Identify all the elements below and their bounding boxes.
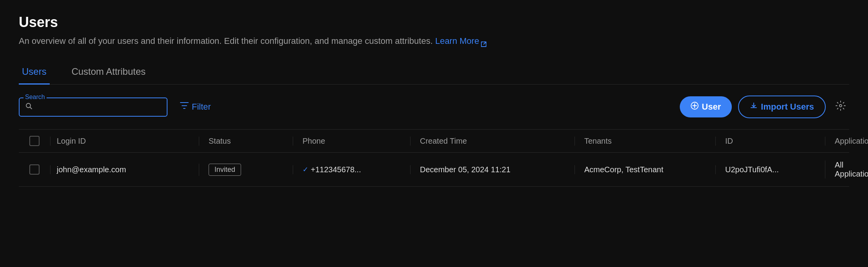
search-icon: [25, 102, 33, 112]
col-header-applications: Applications: [825, 137, 868, 146]
learn-more-label: Learn More: [435, 34, 479, 47]
import-users-button[interactable]: Import Users: [738, 96, 826, 118]
row-applications: All Applications ⋮: [825, 161, 868, 179]
settings-button[interactable]: [832, 97, 849, 117]
table-row: john@example.com Invited ✓ +112345678...…: [19, 153, 849, 187]
filter-icon: [180, 102, 189, 112]
page-description: An overview of all of your users and the…: [19, 34, 849, 47]
phone-verified: ✓ +112345678...: [303, 165, 410, 174]
search-input[interactable]: [37, 103, 161, 112]
page-header: Users An overview of all of your users a…: [19, 14, 849, 47]
col-header-tenants: Tenants: [574, 137, 715, 146]
row-created-time: December 05, 2024 11:21: [410, 165, 574, 174]
import-users-label: Import Users: [761, 102, 814, 112]
row-checkbox-cell: [19, 164, 50, 175]
filter-button[interactable]: Filter: [175, 99, 216, 115]
toolbar: Search Filter: [19, 85, 849, 129]
col-header-status: Status: [199, 137, 293, 146]
col-header-login-id: Login ID: [50, 137, 199, 146]
tabs-container: Users Custom Attributes: [19, 60, 849, 85]
settings-icon: [835, 100, 846, 114]
row-phone: ✓ +112345678...: [293, 165, 410, 174]
add-user-icon: [691, 102, 699, 112]
learn-more-link[interactable]: Learn More: [435, 34, 487, 47]
add-user-label: User: [702, 102, 721, 112]
select-all-checkbox[interactable]: [29, 136, 40, 146]
external-link-icon: [481, 38, 487, 44]
table-header: Login ID Status Phone Created Time Tenan…: [19, 129, 849, 153]
search-label: Search: [23, 94, 47, 101]
page-container: Users An overview of all of your users a…: [0, 0, 868, 187]
filter-label: Filter: [192, 102, 211, 112]
search-container: Search: [19, 97, 167, 117]
status-badge: Invited: [209, 164, 241, 176]
col-header-phone: Phone: [293, 137, 410, 146]
svg-point-2: [839, 105, 842, 107]
row-login-id: john@example.com: [50, 165, 199, 174]
col-header-checkbox: [19, 136, 50, 146]
tab-custom-attributes[interactable]: Custom Attributes: [68, 60, 149, 85]
row-id: U2poJTufi0fA...: [715, 165, 825, 174]
row-status: Invited: [199, 164, 293, 176]
phone-verified-icon: ✓: [303, 165, 308, 174]
row-select-checkbox[interactable]: [29, 164, 40, 175]
page-title: Users: [19, 14, 849, 31]
page-description-text: An overview of all of your users and the…: [19, 36, 433, 46]
users-table: Login ID Status Phone Created Time Tenan…: [19, 129, 849, 187]
import-icon: [750, 102, 758, 112]
col-header-id: ID: [715, 137, 825, 146]
add-user-button[interactable]: User: [680, 96, 732, 117]
tab-users[interactable]: Users: [19, 60, 50, 85]
toolbar-right: User Import Users: [680, 96, 849, 118]
col-header-created-time: Created Time: [410, 137, 574, 146]
row-tenants: AcmeCorp, TestTenant: [574, 165, 715, 174]
svg-point-0: [26, 103, 31, 108]
